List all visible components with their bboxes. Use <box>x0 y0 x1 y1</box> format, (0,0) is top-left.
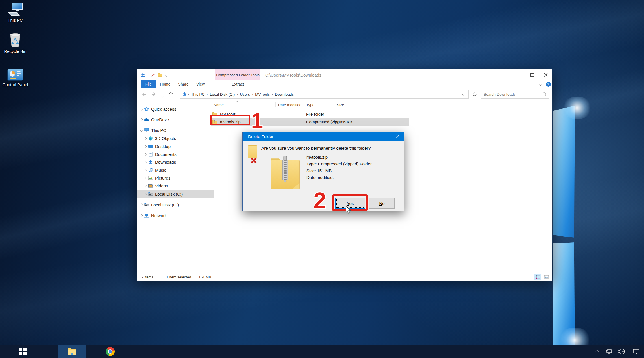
breadcrumb-mvtools[interactable]: MVTools <box>254 92 271 97</box>
quick-access-star-icon <box>144 106 149 112</box>
sidebar-item-local-disk-c[interactable]: Local Disk (C:) <box>137 190 214 198</box>
chevron-right-icon[interactable] <box>143 169 147 171</box>
sidebar-item-pictures[interactable]: Pictures <box>137 174 214 182</box>
hard-disk-icon <box>148 191 153 197</box>
chevron-right-icon[interactable] <box>143 137 147 139</box>
chrome-icon <box>106 347 115 356</box>
search-input[interactable] <box>481 92 542 97</box>
up-button[interactable] <box>168 91 174 98</box>
status-separator <box>216 275 216 279</box>
details-view-button[interactable] <box>534 274 541 280</box>
sidebar-item-music[interactable]: Music <box>137 166 214 174</box>
file-size: 155,086 KB <box>324 120 352 124</box>
sidebar-item-3d-objects[interactable]: 3D Objects <box>137 134 214 142</box>
taskbar-chrome-button[interactable] <box>100 345 120 358</box>
tray-volume-button[interactable] <box>615 345 627 358</box>
recycle-bin-icon <box>9 33 22 47</box>
expand-ribbon-button[interactable] <box>536 80 544 88</box>
column-header-date-modified[interactable]: Date modified <box>278 101 301 109</box>
breadcrumb-downloads[interactable]: Downloads <box>274 92 295 97</box>
column-header-name[interactable]: Name <box>214 101 224 109</box>
column-header-size[interactable]: Size <box>337 101 344 109</box>
sidebar-item-network[interactable]: Network <box>137 211 210 219</box>
chevron-right-icon[interactable] <box>139 119 143 121</box>
tab-view[interactable]: View <box>192 80 209 88</box>
tab-share[interactable]: Share <box>174 80 192 88</box>
delete-folder-warning-icon <box>248 145 257 158</box>
sidebar-item-label: Network <box>151 213 167 218</box>
tab-home[interactable]: Home <box>156 80 174 88</box>
address-bar[interactable]: › This PC › Local Disk (C:) › Users › MV… <box>180 90 469 99</box>
dialog-file-info: mvtools.zip Type: Compressed (zipped) Fo… <box>306 154 372 181</box>
chevron-right-icon[interactable] <box>139 215 143 217</box>
desktop-screen: This PC Recycle Bin Control Panel <box>0 0 644 358</box>
chevron-right-icon[interactable] <box>143 193 147 195</box>
help-button[interactable]: ? <box>545 80 552 88</box>
back-button[interactable] <box>141 91 147 98</box>
app-downloads-icon <box>140 72 145 77</box>
chevron-down-icon[interactable] <box>139 129 143 131</box>
tray-network-button[interactable] <box>603 345 615 358</box>
tray-show-hidden-icons-button[interactable] <box>592 345 602 358</box>
sidebar-item-videos[interactable]: Videos <box>137 182 214 190</box>
chevron-right-icon[interactable] <box>139 204 143 206</box>
breadcrumb-local-disk[interactable]: Local Disk (C:) <box>209 92 236 97</box>
address-dropdown-chevron-icon[interactable] <box>462 93 465 96</box>
forward-button[interactable] <box>151 91 157 98</box>
action-center-button[interactable] <box>629 345 643 358</box>
chevron-right-icon[interactable] <box>143 177 147 179</box>
tab-extract[interactable]: Extract <box>215 80 260 88</box>
chevron-right-icon[interactable] <box>143 161 147 163</box>
desktop-monitor-icon <box>148 144 153 149</box>
start-button[interactable] <box>11 345 34 358</box>
recent-locations-button[interactable] <box>161 93 163 99</box>
volume-icon <box>617 348 625 355</box>
sidebar-item-documents[interactable]: Documents <box>137 150 214 158</box>
downloads-arrow-icon <box>148 160 153 165</box>
breadcrumb-this-pc[interactable]: This PC <box>190 92 206 97</box>
selection-size: 151 MB <box>199 273 211 281</box>
taskbar-file-explorer-button[interactable] <box>58 345 86 358</box>
chevron-right-icon[interactable] <box>139 108 143 110</box>
chevron-right-icon[interactable] <box>143 153 147 155</box>
no-button[interactable]: No <box>369 198 395 209</box>
breadcrumb-users[interactable]: Users <box>239 92 251 97</box>
breadcrumb-separator: › <box>251 92 254 97</box>
chevron-right-icon[interactable] <box>143 185 147 187</box>
sidebar-item-local-disk-c-root[interactable]: Local Disk (C:) <box>137 201 210 209</box>
large-icons-view-button[interactable] <box>543 274 550 280</box>
dialog-file-type: Type: Compressed (zipped) Folder <box>306 161 372 167</box>
refresh-button[interactable] <box>472 92 477 98</box>
selection-count: 1 item selected <box>166 273 191 281</box>
dialog-close-button[interactable] <box>391 132 404 141</box>
dialog-file-date: Date modified: <box>306 174 372 181</box>
sidebar-item-onedrive[interactable]: OneDrive <box>137 115 210 123</box>
close-button[interactable] <box>539 69 552 80</box>
close-icon <box>396 134 400 138</box>
properties-check-icon[interactable] <box>151 73 155 77</box>
minimize-icon <box>517 75 521 75</box>
sidebar-item-label: Quick access <box>151 107 176 112</box>
sidebar-item-desktop[interactable]: Desktop <box>137 142 214 150</box>
search-icon[interactable] <box>542 92 547 97</box>
sidebar-item-this-pc[interactable]: This PC <box>137 126 210 134</box>
minimize-button[interactable] <box>512 69 526 80</box>
desktop-icon-control-panel[interactable]: Control Panel <box>2 69 29 87</box>
network-icon <box>144 213 149 218</box>
search-box[interactable] <box>481 90 549 99</box>
breadcrumb-separator: › <box>187 92 190 97</box>
windows-logo-icon <box>19 348 27 355</box>
maximize-button[interactable] <box>526 69 539 80</box>
new-folder-icon[interactable] <box>158 73 163 77</box>
sidebar-item-downloads[interactable]: Downloads <box>137 158 214 166</box>
chevron-right-icon[interactable] <box>143 145 147 147</box>
column-header-type[interactable]: Type <box>306 101 314 109</box>
customize-toolbar-chevron-icon[interactable] <box>165 73 168 76</box>
desktop-icon-this-pc[interactable]: This PC <box>2 2 29 23</box>
tab-file[interactable]: File <box>141 80 156 88</box>
desktop-icon-recycle-bin[interactable]: Recycle Bin <box>2 33 29 54</box>
sidebar-item-quick-access[interactable]: Quick access <box>137 105 210 113</box>
breadcrumb-separator: › <box>271 92 274 97</box>
column-separator <box>334 102 334 107</box>
sort-ascending-icon <box>236 101 238 104</box>
